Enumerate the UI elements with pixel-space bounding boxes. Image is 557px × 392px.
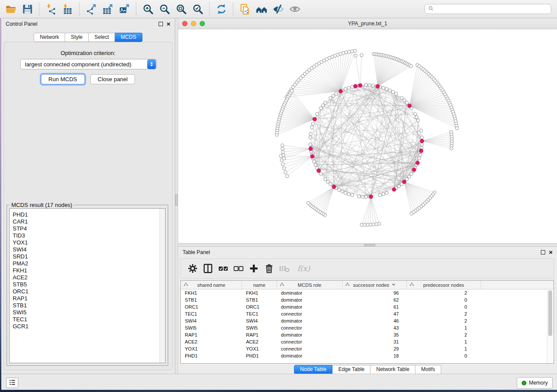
- table-row[interactable]: ORC1ORC1dominator610: [181, 303, 554, 310]
- mcds-result-item[interactable]: CAR1: [10, 218, 165, 225]
- network-node[interactable]: [351, 85, 354, 88]
- network-hub-node[interactable]: [392, 188, 396, 192]
- network-node[interactable]: [347, 193, 350, 196]
- network-hub-node[interactable]: [402, 180, 406, 184]
- network-node[interactable]: [410, 212, 413, 215]
- network-node[interactable]: [319, 107, 322, 110]
- zoom-out-button[interactable]: [156, 1, 173, 17]
- network-node[interactable]: [348, 50, 351, 53]
- mcds-result-item[interactable]: PMA2: [10, 260, 165, 267]
- table-scrollbar-thumb[interactable]: [548, 290, 552, 336]
- network-node[interactable]: [419, 129, 422, 132]
- save-session-button[interactable]: [19, 1, 36, 17]
- network-hub-node[interactable]: [353, 84, 357, 88]
- mcds-result-item[interactable]: TID3: [10, 232, 165, 239]
- network-node[interactable]: [347, 86, 350, 89]
- network-node[interactable]: [366, 223, 369, 226]
- maximize-window-icon[interactable]: [200, 21, 205, 26]
- import-network-button[interactable]: [43, 1, 59, 17]
- zoom-in-button[interactable]: [140, 1, 156, 17]
- show-all-button[interactable]: [287, 1, 303, 17]
- network-hub-node[interactable]: [415, 161, 419, 165]
- tab-network[interactable]: Network: [34, 33, 65, 42]
- network-node[interactable]: [290, 89, 293, 93]
- network-node[interactable]: [388, 89, 391, 92]
- network-node[interactable]: [285, 175, 288, 178]
- mcds-result-item[interactable]: SRD1: [10, 253, 165, 260]
- network-node[interactable]: [335, 92, 338, 95]
- add-column-button[interactable]: [247, 261, 260, 276]
- zoom-fit-button[interactable]: [173, 1, 190, 17]
- import-table-button[interactable]: [59, 1, 76, 17]
- network-node[interactable]: [394, 92, 398, 95]
- network-canvas[interactable]: [178, 29, 557, 244]
- network-node[interactable]: [378, 193, 381, 196]
- table-tab-node-table[interactable]: Node Table: [294, 365, 333, 374]
- show-columns-button[interactable]: [201, 261, 214, 276]
- run-mcds-button[interactable]: Run MCDS: [41, 74, 85, 84]
- column-header-MCDS-role[interactable]: MCDS role: [277, 281, 343, 289]
- network-node[interactable]: [409, 65, 412, 68]
- delete-columns-button[interactable]: [263, 261, 276, 276]
- mcds-result-item[interactable]: FKH1: [10, 267, 165, 274]
- network-node[interactable]: [353, 49, 356, 52]
- network-node[interactable]: [354, 54, 357, 57]
- mcds-result-scrollbar[interactable]: [159, 209, 165, 363]
- network-node[interactable]: [281, 147, 284, 150]
- mcds-result-item[interactable]: SWI5: [10, 309, 165, 316]
- float-panel-icon[interactable]: [159, 22, 163, 26]
- network-node[interactable]: [319, 172, 322, 175]
- network-node[interactable]: [364, 195, 367, 198]
- network-node[interactable]: [307, 201, 310, 204]
- column-header-name[interactable]: name: [242, 281, 277, 289]
- network-node[interactable]: [419, 153, 422, 156]
- select-all-button[interactable]: [217, 261, 230, 276]
- mcds-result-item[interactable]: YOX1: [10, 239, 165, 246]
- network-node[interactable]: [350, 50, 353, 53]
- network-node[interactable]: [312, 160, 315, 163]
- network-hub-node[interactable]: [376, 84, 380, 88]
- network-node[interactable]: [341, 190, 344, 193]
- table-row[interactable]: FKH1FKH1dominator962: [181, 289, 554, 296]
- tab-style[interactable]: Style: [65, 33, 89, 42]
- network-node[interactable]: [281, 144, 284, 147]
- network-node[interactable]: [309, 143, 312, 146]
- network-node[interactable]: [371, 84, 374, 87]
- network-node[interactable]: [282, 154, 285, 157]
- network-node[interactable]: [310, 126, 313, 129]
- table-row[interactable]: STB1STB1dominator620: [181, 296, 554, 303]
- network-node[interactable]: [415, 116, 418, 119]
- mcds-result-item[interactable]: GCR1: [10, 323, 165, 330]
- network-node[interactable]: [281, 163, 284, 166]
- network-node[interactable]: [282, 167, 285, 170]
- float-table-panel-icon[interactable]: [541, 250, 545, 254]
- table-row[interactable]: ACE2ACE2connector311: [181, 338, 554, 345]
- zoom-selected-button[interactable]: [190, 1, 206, 17]
- table-tab-motifs[interactable]: Motifs: [415, 365, 441, 374]
- table-settings-button[interactable]: [186, 261, 199, 276]
- mcds-result-item[interactable]: RAP1: [10, 295, 165, 302]
- network-hub-node[interactable]: [332, 185, 336, 189]
- close-panel-icon[interactable]: ×: [166, 22, 170, 26]
- network-node[interactable]: [360, 223, 363, 226]
- open-file-button[interactable]: [3, 1, 19, 17]
- network-node[interactable]: [284, 171, 287, 174]
- network-hub-node[interactable]: [313, 117, 317, 121]
- network-node[interactable]: [329, 96, 332, 100]
- network-node[interactable]: [414, 113, 417, 116]
- network-node[interactable]: [416, 119, 419, 122]
- table-tab-network-table[interactable]: Network Table: [370, 365, 415, 374]
- network-node[interactable]: [398, 185, 401, 188]
- table-row[interactable]: SWI4SWI4dominator462: [181, 317, 554, 324]
- network-hub-node[interactable]: [309, 147, 313, 151]
- table-scrollbar[interactable]: [547, 290, 553, 363]
- network-node[interactable]: [315, 113, 318, 116]
- mcds-result-item[interactable]: TEC1: [10, 316, 165, 323]
- network-node[interactable]: [344, 191, 347, 194]
- network-node[interactable]: [391, 90, 394, 93]
- status-menu-button[interactable]: [6, 378, 18, 388]
- network-hub-node[interactable]: [412, 168, 416, 172]
- first-neighbors-button[interactable]: [253, 1, 270, 17]
- close-window-icon[interactable]: [182, 21, 187, 26]
- network-hub-node[interactable]: [311, 155, 315, 158]
